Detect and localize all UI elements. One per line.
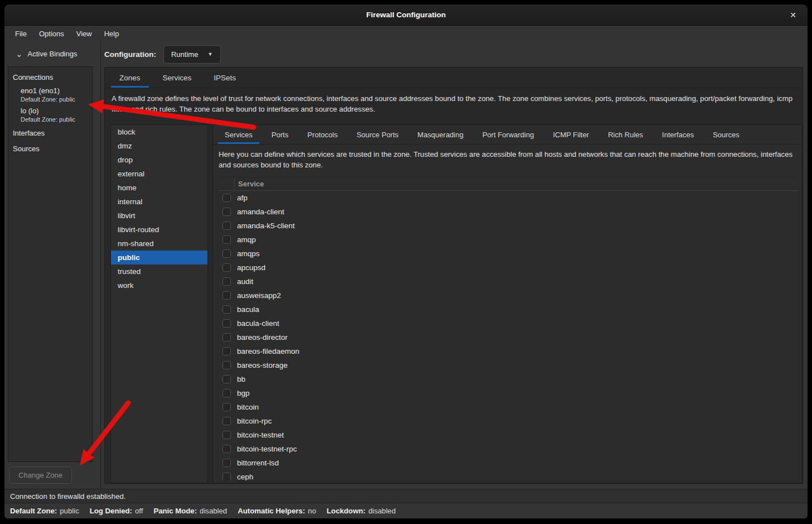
service-name: bareos-filedaemon (235, 347, 299, 355)
zone-settings-tab[interactable]: Rich Rules (598, 125, 652, 144)
connection-item[interactable]: eno1 (eno1) Default Zone: public (13, 86, 92, 103)
table-row[interactable]: amanda-client (218, 205, 799, 219)
table-row[interactable]: afp (218, 191, 799, 205)
connection-name[interactable]: lo (lo) (21, 107, 92, 115)
change-zone-button[interactable]: Change Zone (9, 467, 72, 484)
table-row[interactable]: bgp (218, 386, 799, 400)
zone-settings-tab[interactable]: Protocols (298, 125, 347, 144)
active-bindings-expander[interactable]: ⌄ Active Bindings (4, 41, 100, 66)
table-row[interactable]: amqps (218, 247, 799, 261)
zone-settings-tab[interactable]: Masquerading (408, 125, 473, 144)
zone-settings-tab[interactable]: Ports (262, 125, 298, 144)
zone-settings-tab[interactable]: Services (215, 125, 262, 144)
zone-list-item[interactable]: libvirt (111, 209, 207, 223)
tree-item-sources[interactable]: Sources (13, 143, 92, 154)
table-row[interactable]: bitcoin-testnet (218, 428, 799, 442)
table-row[interactable]: ceph (218, 470, 799, 480)
table-row[interactable]: bittorrent-lsd (218, 456, 799, 470)
service-checkbox[interactable] (223, 249, 231, 258)
table-row[interactable]: bareos-storage (218, 358, 799, 372)
main-area: Configuration: Runtime ▼ Zones Services … (101, 41, 808, 489)
service-checkbox[interactable] (223, 403, 231, 411)
service-checkbox[interactable] (223, 459, 231, 467)
menu-item[interactable]: Help (98, 26, 125, 41)
service-checkbox[interactable] (223, 473, 231, 480)
service-checkbox[interactable] (223, 305, 231, 314)
connection-item[interactable]: lo (lo) Default Zone: public (13, 107, 92, 123)
service-checkbox[interactable] (223, 263, 231, 272)
service-name: ausweisapp2 (235, 291, 281, 300)
service-checkbox[interactable] (223, 277, 231, 286)
table-row[interactable]: apcupsd (218, 261, 799, 275)
main-tab[interactable]: Services (152, 68, 203, 88)
main-tab[interactable]: Zones (108, 68, 152, 88)
zone-list-item[interactable]: trusted (111, 265, 207, 278)
service-checkbox[interactable] (223, 194, 231, 202)
table-row[interactable]: bitcoin-testnet-rpc (218, 442, 799, 456)
zone-list-item[interactable]: public (111, 251, 207, 265)
service-checkbox[interactable] (223, 361, 231, 369)
tree-item-connections[interactable]: Connections (13, 72, 92, 83)
table-row[interactable]: bacula (218, 302, 799, 316)
zone-settings-tab[interactable]: Port Forwarding (473, 125, 543, 144)
service-checkbox[interactable] (223, 333, 231, 342)
table-row[interactable]: bb (218, 372, 799, 386)
zone-settings-tab[interactable]: ICMP Filter (543, 125, 598, 144)
zone-list-item[interactable]: work (111, 278, 207, 292)
service-checkbox[interactable] (223, 319, 231, 328)
service-name: amqps (235, 249, 260, 258)
service-checkbox[interactable] (223, 222, 231, 230)
zone-list-item[interactable]: external (111, 167, 207, 181)
service-name: bitcoin-rpc (235, 417, 272, 425)
zone-list-item[interactable]: home (111, 181, 207, 195)
table-row[interactable]: amanda-k5-client (218, 219, 799, 233)
menu-item[interactable]: View (70, 26, 98, 41)
zone-settings-tab[interactable]: Interfaces (652, 125, 703, 144)
service-checkbox[interactable] (223, 347, 231, 355)
service-checkbox[interactable] (223, 375, 231, 383)
service-column-header: Service (235, 177, 264, 190)
services-description: Here you can define which services are t… (213, 145, 802, 175)
table-row[interactable]: bitcoin-rpc (218, 414, 799, 428)
table-row[interactable]: ausweisapp2 (218, 289, 799, 302)
zone-settings-tab[interactable]: Sources (703, 125, 749, 144)
service-checkbox[interactable] (223, 417, 231, 425)
service-checkbox[interactable] (223, 445, 231, 453)
menu-item[interactable]: Options (33, 26, 70, 41)
zone-list-item[interactable]: libvirt-routed (111, 223, 207, 237)
status-message: Connection to firewalld established. (4, 489, 808, 503)
table-row[interactable]: bacula-client (218, 316, 799, 330)
zone-list-item[interactable]: dmz (111, 139, 207, 153)
status-value: off (135, 507, 143, 515)
close-icon[interactable]: ✕ (787, 9, 799, 21)
service-checkbox[interactable] (223, 208, 231, 216)
app-body: ⌄ Active Bindings Connections eno1 (eno1… (4, 41, 808, 489)
table-row[interactable]: bareos-filedaemon (218, 344, 799, 358)
connection-name[interactable]: eno1 (eno1) (21, 86, 92, 95)
zone-list-item[interactable]: drop (111, 153, 207, 167)
status-label: Lockdown: (327, 507, 366, 515)
main-tab[interactable]: IPSets (202, 68, 247, 88)
table-row[interactable]: bitcoin (218, 400, 799, 414)
zone-list-item[interactable]: block (111, 125, 207, 139)
table-row[interactable]: audit (218, 275, 799, 289)
service-name: bareos-storage (235, 361, 288, 369)
table-row[interactable]: bareos-director (218, 330, 799, 344)
service-checkbox[interactable] (223, 389, 231, 397)
checkbox-cell (218, 263, 235, 272)
status-value: disabled (368, 507, 395, 515)
service-checkbox[interactable] (223, 431, 231, 439)
menu-item[interactable]: File (9, 26, 33, 41)
main-notebook: Zones Services IPSets A firewalld zone d… (104, 67, 803, 484)
configuration-dropdown[interactable]: Runtime ▼ (163, 45, 221, 64)
service-name: afp (235, 194, 248, 202)
service-checkbox[interactable] (223, 235, 231, 244)
tree-item-interfaces[interactable]: Interfaces (13, 128, 92, 138)
zone-settings-tab[interactable]: Source Ports (347, 125, 408, 144)
service-checkbox[interactable] (223, 291, 231, 300)
table-row[interactable]: amqp (218, 233, 799, 247)
zone-list-item[interactable]: nm-shared (111, 237, 207, 251)
titlebar: Firewall Configuration ✕ (4, 4, 808, 26)
status-label: Automatic Helpers: (238, 507, 305, 515)
zone-list-item[interactable]: internal (111, 195, 207, 209)
